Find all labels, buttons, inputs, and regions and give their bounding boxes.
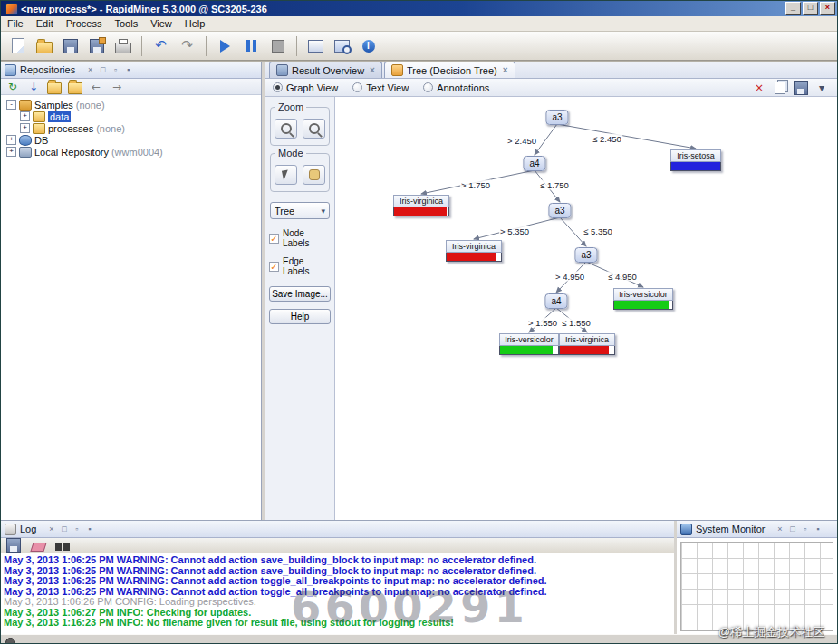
- checkbox-edge-labels[interactable]: ✓Edge Labels: [269, 256, 331, 276]
- view-options: Graph ViewText ViewAnnotations: [273, 82, 504, 93]
- save-log-button[interactable]: [5, 539, 22, 553]
- print-process-button[interactable]: [111, 34, 135, 58]
- remove-result-button[interactable]: ×: [751, 81, 767, 95]
- repo-item-label: data: [48, 111, 71, 122]
- detach-panel-icon[interactable]: ▫: [800, 524, 810, 534]
- repo-item-label: processes: [48, 123, 93, 134]
- refresh-repository-button[interactable]: ↻: [5, 80, 21, 93]
- maximize-button[interactable]: □: [803, 2, 818, 15]
- info-icon: i: [362, 40, 375, 53]
- menu-process[interactable]: Process: [60, 16, 109, 31]
- open-process-button[interactable]: [32, 34, 56, 58]
- results-panel: Result Overview×Tree (Decision Tree)× Gr…: [265, 62, 837, 520]
- expand-icon[interactable]: +: [6, 147, 16, 157]
- repo-item-processes[interactable]: +processes (none): [3, 122, 259, 134]
- tree-leaf-iris-versicolor[interactable]: Iris-versicolor: [499, 333, 559, 355]
- menu-view[interactable]: View: [144, 16, 178, 31]
- class-distribution-bar: [499, 346, 559, 355]
- log-line: May 3, 2013 1:16:23 PM INFO: No filename…: [4, 618, 671, 629]
- detach-panel-icon[interactable]: ▫: [72, 524, 82, 534]
- info-button[interactable]: i: [356, 34, 380, 58]
- design-perspective-button[interactable]: [303, 34, 328, 58]
- new-process-button[interactable]: [5, 34, 30, 58]
- maximize-panel-icon[interactable]: □: [98, 65, 108, 75]
- result-perspective-button[interactable]: [330, 34, 354, 58]
- undo-button[interactable]: ↶: [149, 34, 173, 58]
- repo-item-local-repository[interactable]: +Local Repository (wwm0004): [3, 146, 259, 158]
- save-image-button[interactable]: Save Image...: [269, 286, 331, 302]
- tree-node-a3[interactable]: a3: [574, 247, 597, 263]
- redo-button[interactable]: ↷: [175, 34, 199, 58]
- radio-annotations[interactable]: Annotations: [423, 82, 489, 93]
- save-process-as-button[interactable]: [84, 34, 109, 58]
- expand-icon[interactable]: +: [20, 111, 30, 121]
- checkbox-node-labels[interactable]: ✓Node Labels: [269, 228, 331, 248]
- collapse-panel-icon[interactable]: ▪: [123, 65, 133, 75]
- radio-text-view[interactable]: Text View: [352, 82, 409, 93]
- menu-tools[interactable]: Tools: [108, 16, 144, 31]
- repo-item-db[interactable]: +DB: [3, 134, 259, 146]
- forward-button[interactable]: →: [109, 80, 125, 93]
- tree-leaf-iris-virginica[interactable]: Iris-virginica: [559, 333, 615, 355]
- minimize-button[interactable]: _: [785, 2, 801, 15]
- collapse-panel-icon[interactable]: ▪: [813, 524, 823, 534]
- maximize-panel-icon[interactable]: □: [787, 524, 797, 534]
- collapse-icon[interactable]: -: [6, 100, 16, 110]
- expand-icon[interactable]: +: [6, 135, 16, 145]
- copy-view-button[interactable]: [772, 81, 788, 95]
- detach-panel-icon[interactable]: ▫: [111, 65, 120, 75]
- repo-item-label: DB: [34, 135, 48, 146]
- run-button[interactable]: [213, 34, 237, 58]
- class-distribution-fill: [560, 346, 609, 354]
- repo-item-samples[interactable]: -Samples (none): [3, 99, 259, 111]
- repositories-panel: Repositories ×□▫▪ ↻↓←→ -Samples (none)+d…: [1, 62, 262, 520]
- clear-log-button[interactable]: [30, 539, 46, 553]
- select-mode-button[interactable]: [275, 165, 297, 185]
- menu-edit[interactable]: Edit: [30, 16, 60, 31]
- forward-icon: →: [112, 82, 121, 92]
- close-button[interactable]: ×: [820, 2, 835, 15]
- tree-node-a4[interactable]: a4: [544, 293, 567, 309]
- close-panel-icon[interactable]: ×: [46, 524, 56, 534]
- stop-button[interactable]: [265, 34, 290, 58]
- zoom-in-button[interactable]: [275, 119, 297, 139]
- close-panel-icon[interactable]: ×: [85, 65, 95, 75]
- tree-type-dropdown[interactable]: Tree ▾: [270, 202, 330, 219]
- menu-file[interactable]: File: [1, 16, 30, 31]
- pause-button[interactable]: [239, 34, 264, 58]
- log-content[interactable]: May 3, 2013 1:06:25 PM WARNING: Cannot a…: [1, 553, 674, 634]
- expand-icon[interactable]: +: [20, 123, 30, 133]
- export-dropdown-button[interactable]: ▾: [814, 81, 830, 95]
- checkbox-icon: ✓: [269, 262, 279, 272]
- log-header: Log ×□▫▪: [1, 521, 674, 538]
- zoom-out-button[interactable]: [303, 119, 325, 139]
- export-view-button[interactable]: [793, 81, 809, 95]
- repo-item-data[interactable]: +data: [3, 111, 259, 122]
- search-log-button[interactable]: [54, 539, 71, 553]
- repo-item-label: Local Repository: [34, 147, 109, 158]
- radio-graph-view[interactable]: Graph View: [273, 82, 338, 93]
- tree-node-a3[interactable]: a3: [548, 203, 571, 218]
- tree-node-a4[interactable]: a4: [523, 156, 545, 171]
- menu-help[interactable]: Help: [178, 16, 212, 31]
- tree-leaf-iris-virginica[interactable]: Iris-virginica: [446, 240, 502, 262]
- tab-result-overview[interactable]: Result Overview×: [269, 62, 382, 78]
- close-panel-icon[interactable]: ×: [775, 524, 785, 534]
- tree-leaf-iris-setosa[interactable]: Iris-setosa: [670, 149, 721, 171]
- maximize-panel-icon[interactable]: □: [59, 524, 69, 534]
- back-button[interactable]: ←: [88, 80, 104, 93]
- collapse-panel-icon[interactable]: ▪: [84, 524, 94, 534]
- import-data-button[interactable]: ↓: [25, 80, 42, 93]
- tab-close-icon[interactable]: ×: [503, 65, 508, 75]
- tree-leaf-iris-versicolor[interactable]: Iris-versicolor: [613, 288, 673, 310]
- tab-close-icon[interactable]: ×: [370, 65, 375, 75]
- save-process-button[interactable]: [58, 34, 82, 58]
- help-button[interactable]: Help: [269, 309, 331, 324]
- tree-node-a3[interactable]: a3: [545, 110, 568, 125]
- pan-mode-button[interactable]: [303, 165, 325, 185]
- new-folder-button[interactable]: [46, 80, 63, 93]
- copy-entry-button[interactable]: [67, 80, 83, 93]
- tree-leaf-iris-virginica[interactable]: Iris-virginica: [393, 195, 449, 216]
- folder-icon: [33, 111, 45, 122]
- tab-tree-decision-tree[interactable]: Tree (Decision Tree)×: [384, 62, 515, 78]
